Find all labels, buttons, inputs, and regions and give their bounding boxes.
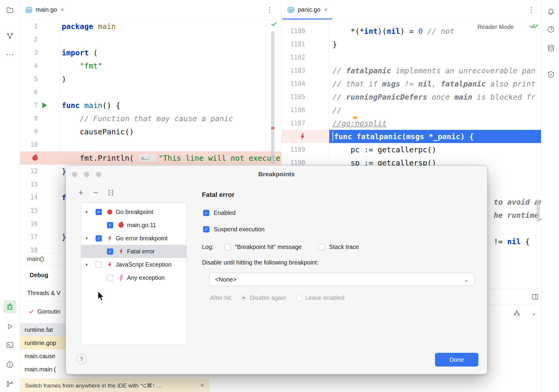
database-icon[interactable]	[545, 42, 557, 54]
breakpoint-checkbox[interactable]	[96, 235, 102, 241]
right-editor-scrollbar[interactable]	[537, 199, 540, 222]
editor-options-kebab-icon[interactable]: ⋮	[528, 6, 535, 14]
breadcrumb[interactable]: main()	[27, 256, 44, 262]
enabled-checkbox[interactable]	[203, 210, 209, 216]
terminal-icon[interactable]	[4, 339, 16, 351]
leave-enabled-radio[interactable]	[296, 295, 302, 301]
inspection-ok-double-icon[interactable]	[529, 22, 539, 30]
breakpoint-tree-item[interactable]: ▾Go breakpoint	[81, 205, 186, 218]
stack-trace-checkbox[interactable]	[318, 244, 325, 250]
ai-assistant-icon[interactable]	[545, 23, 557, 35]
tab-label: main.go	[36, 6, 57, 13]
breakpoint-tree-item[interactable]: ▾Go error breakpoint	[81, 232, 186, 245]
log-row: Log: "Breakpoint hit" message Stack trac…	[202, 244, 359, 250]
editor-options-kebab-icon[interactable]: ⋮	[266, 6, 273, 14]
breakpoint-tree-item[interactable]: main.go:11	[81, 218, 186, 232]
code-line: 6	[20, 86, 281, 99]
breakpoints-tree[interactable]: ▾Go breakpointmain.go:11▾Go error breakp…	[81, 203, 187, 345]
mouse-cursor	[97, 291, 105, 302]
breakpoint-icon[interactable]	[32, 155, 38, 161]
breakpoint-checkbox[interactable]	[107, 275, 113, 281]
close-tab-icon[interactable]: ×	[61, 6, 64, 13]
error-breakpoint-gutter-icon[interactable]	[300, 133, 305, 140]
notification-banner: Switch frames from anywhere in the IDE w…	[20, 379, 209, 392]
project-folder-icon[interactable]	[4, 4, 16, 16]
line-number: 1184	[282, 80, 308, 87]
layout-settings-icon[interactable]	[529, 291, 541, 303]
breakpoint-hit-label: "Breakpoint hit" message	[235, 244, 302, 250]
done-button[interactable]: Done	[435, 353, 478, 367]
right-activity-bar	[541, 0, 559, 392]
breakpoint-tree-item[interactable]: ▾JavaScript Exception	[81, 258, 186, 271]
breakpoint-hit-checkbox[interactable]	[224, 244, 231, 250]
tab-threads-variables[interactable]: Threads & V	[27, 290, 61, 297]
gopher-icon	[25, 6, 33, 14]
inspection-ok-icon[interactable]	[271, 20, 278, 28]
breakpoint-detail-title: Fatal error	[202, 191, 235, 199]
structure-icon[interactable]	[4, 30, 16, 42]
chevron-expanded-icon[interactable]: ▾	[84, 235, 90, 241]
tab-panic-go[interactable]: panic.go ×	[282, 0, 332, 19]
code-line: 1186//	[282, 104, 541, 117]
gopher-icon	[287, 6, 295, 14]
tool-window-title: Debug	[30, 272, 48, 279]
code-line: 1package main	[20, 20, 281, 33]
notifications-icon[interactable]	[545, 6, 557, 18]
code-line: 8 // Function that may cause a panic	[20, 112, 281, 125]
dropdown-value: <None>	[215, 276, 236, 283]
code-line: 5)	[20, 72, 281, 86]
remove-breakpoint-button[interactable]: −	[92, 189, 100, 197]
breakpoint-tree-item[interactable]: Fatal error	[81, 245, 186, 258]
evaluate-hierarchy-icon[interactable]	[511, 307, 523, 319]
disable-again-radio[interactable]	[241, 295, 247, 301]
code-line: fmt.Println( a…: "This line will not exe…	[20, 151, 281, 165]
code-line: 7func main() {	[20, 99, 281, 112]
breakpoint-checkbox[interactable]	[107, 222, 113, 228]
debug-tool-icon[interactable]	[3, 300, 16, 313]
line-number: 18	[20, 247, 38, 253]
right-code-editor[interactable]: 11791180 *(*int)(nil) = 0 // not1181}118…	[282, 11, 541, 169]
exception-breakpoint-outline-icon	[119, 275, 123, 281]
line-number: 1186	[282, 107, 308, 114]
left-editor-scrollbar[interactable]	[271, 31, 274, 163]
breakpoint-checkbox[interactable]	[96, 262, 102, 268]
line-number: 1182	[282, 54, 308, 61]
run-tool-icon[interactable]	[4, 320, 16, 332]
goroutine-check-icon	[28, 309, 34, 314]
code-line: 9 causePanic()	[20, 125, 281, 138]
help-button[interactable]: ?	[76, 354, 87, 364]
code-line: 10	[20, 138, 281, 151]
suspend-checkbox[interactable]	[203, 226, 209, 233]
line-number: 10	[20, 141, 38, 148]
exception-breakpoint-icon	[107, 262, 112, 268]
chevron-down-icon: ⌄	[464, 276, 469, 283]
run-gutter-icon[interactable]	[42, 102, 47, 108]
banner-close-icon[interactable]: ✕	[200, 382, 204, 389]
breakpoint-checkbox[interactable]	[107, 248, 113, 255]
group-by-icon[interactable]	[107, 189, 115, 197]
log-label: Log:	[202, 244, 214, 250]
line-number	[282, 133, 308, 140]
chevron-expanded-icon[interactable]: ▾	[84, 262, 90, 268]
error-stripe-mark[interactable]	[271, 127, 274, 129]
line-number: 14	[20, 194, 38, 201]
tab-main-go[interactable]: main.go ×	[20, 0, 69, 19]
chevron-expanded-icon[interactable]: ▾	[84, 209, 90, 215]
problems-icon[interactable]	[4, 359, 16, 371]
more-tool-windows-icon[interactable]: ⋯	[4, 48, 16, 60]
breakpoint-tree-item[interactable]: Any exception	[81, 271, 186, 284]
code-fragment: != nil {	[494, 235, 530, 248]
chevron-down-icon[interactable]: ⌄	[528, 307, 540, 319]
qodana-shield-icon[interactable]	[545, 69, 557, 80]
code-line: 2	[20, 33, 281, 46]
enabled-row: Enabled	[203, 209, 235, 216]
reader-mode-toggle[interactable]: Reader Mode	[476, 23, 516, 31]
after-hit-row: After hit: Disable again Leave enabled	[210, 294, 345, 301]
version-control-icon[interactable]	[4, 378, 16, 390]
close-tab-icon[interactable]: ×	[324, 6, 328, 13]
after-hit-label: After hit:	[210, 294, 232, 301]
breakpoint-checkbox[interactable]	[96, 209, 102, 215]
tab-label: panic.go	[298, 6, 321, 13]
disable-until-dropdown[interactable]: <None> ⌄	[209, 273, 475, 286]
add-breakpoint-button[interactable]: +	[77, 189, 85, 197]
